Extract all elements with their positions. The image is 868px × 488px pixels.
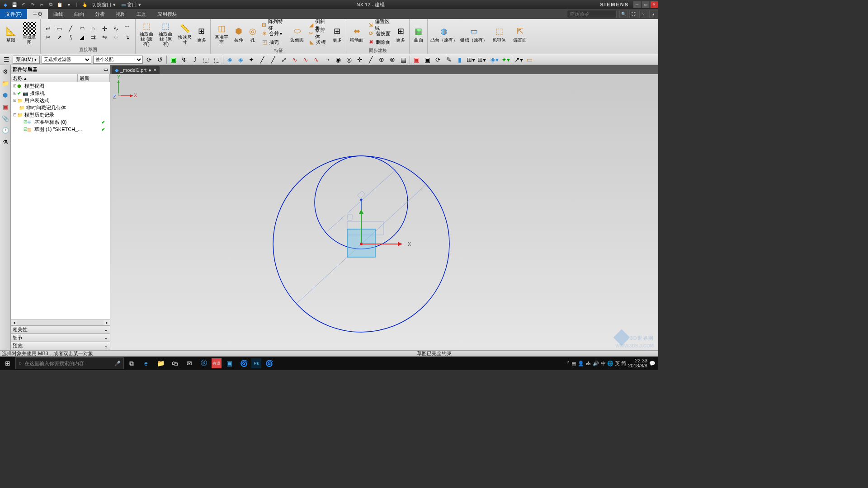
- save-icon[interactable]: 💾: [11, 1, 18, 8]
- trim-icon[interactable]: ✂: [42, 33, 53, 42]
- t-ico-18[interactable]: ◉: [334, 55, 343, 64]
- qat-more-icon[interactable]: ▾: [65, 1, 72, 8]
- selection-filter-select[interactable]: 无选择过滤器: [42, 56, 91, 64]
- pattern-button[interactable]: ⊞阵列特征: [260, 21, 287, 29]
- app-swirl-icon[interactable]: 🌀: [237, 357, 250, 370]
- tool-filter-icon[interactable]: ☰: [2, 55, 11, 64]
- start-button[interactable]: ⊞: [1, 357, 14, 370]
- point-icon[interactable]: ✢: [99, 25, 110, 33]
- curve2-icon[interactable]: ⌒: [122, 25, 132, 33]
- tree-sketch[interactable]: ☑▧草图 (1) "SKETCH_...✔: [11, 126, 110, 133]
- tree-model-views[interactable]: ⊞⬢模型视图: [11, 82, 110, 89]
- tab-view[interactable]: 视图: [110, 9, 131, 19]
- extract-curve-button[interactable]: ⬚抽取曲线 (原有): [137, 20, 156, 47]
- t-ico-33[interactable]: ✦▾: [501, 55, 510, 64]
- t-ico-12[interactable]: ╱: [269, 55, 278, 64]
- shell-button[interactable]: ◰抽壳: [260, 38, 287, 46]
- t-ico-11[interactable]: ╱: [258, 55, 267, 64]
- t-ico-29[interactable]: ▮: [455, 55, 464, 64]
- unite-button[interactable]: ⊕合并 ▾: [260, 29, 287, 38]
- left-reuse-icon[interactable]: 📎: [1, 114, 10, 123]
- tray-ime[interactable]: 中 🌐 英 简: [601, 360, 626, 367]
- t-ico-7[interactable]: ⬚: [212, 55, 221, 64]
- tray-app1-icon[interactable]: ▤: [571, 361, 576, 366]
- left-assembly-icon[interactable]: ⬢: [1, 90, 10, 99]
- app-k-icon[interactable]: Ⓚ: [197, 357, 211, 370]
- mirror-icon[interactable]: ⇋: [99, 33, 110, 42]
- maximize-button[interactable]: ▭: [642, 1, 650, 8]
- more2-button[interactable]: ⊞更多: [330, 20, 344, 47]
- taskview-icon[interactable]: ⧉: [125, 357, 138, 370]
- t-ico-20[interactable]: ✛: [355, 55, 364, 64]
- mic-icon[interactable]: 🎤: [114, 361, 121, 366]
- t-ico-10[interactable]: ✦: [247, 55, 256, 64]
- fullscreen-icon[interactable]: ⛶: [629, 10, 637, 18]
- tab-app[interactable]: 应用模块: [152, 9, 183, 19]
- command-search-input[interactable]: [567, 10, 617, 18]
- trim-body-button[interactable]: ✂修剪体: [307, 29, 330, 38]
- t-ico-23[interactable]: ⊗: [388, 55, 397, 64]
- project-icon[interactable]: ↴: [122, 33, 132, 42]
- t-ico-21[interactable]: ╱: [366, 55, 375, 64]
- move-face-button[interactable]: ⬌移动面: [348, 20, 366, 47]
- arc-icon[interactable]: ◠: [76, 25, 87, 33]
- chamfer-icon[interactable]: ◢: [76, 33, 87, 42]
- offset-face-button[interactable]: ⇱偏置面: [510, 20, 530, 47]
- taskbar-search[interactable]: ○在这里输入你要搜索的内容🎤: [15, 357, 124, 369]
- spline-icon[interactable]: ∿: [110, 25, 121, 33]
- app-ps-icon[interactable]: Ps: [251, 358, 261, 368]
- t-ico-22[interactable]: ⊕: [377, 55, 386, 64]
- search-icon[interactable]: 🔍: [619, 10, 627, 18]
- extract-curve2-button[interactable]: ⬚抽取曲线 (原有): [156, 20, 175, 47]
- t-ico-15[interactable]: ∿: [301, 55, 310, 64]
- left-history-icon[interactable]: 🕐: [1, 126, 10, 135]
- file-tab[interactable]: 文件(F): [0, 9, 27, 19]
- rapid-dim-button[interactable]: 📏快速尺寸: [176, 20, 194, 47]
- t-ico-31[interactable]: ⊞▾: [477, 55, 486, 64]
- t-ico-34[interactable]: ↗▾: [514, 55, 523, 64]
- minimize-button[interactable]: ─: [633, 1, 641, 8]
- surface-button[interactable]: ▦曲面: [411, 20, 425, 47]
- edge-icon[interactable]: e: [139, 357, 153, 370]
- t-ico-35[interactable]: ▭: [525, 55, 534, 64]
- undo-icon[interactable]: ↶: [20, 1, 27, 8]
- copy-icon[interactable]: ⧉: [47, 1, 54, 8]
- t-ico-16[interactable]: ∿: [312, 55, 321, 64]
- boss-button[interactable]: ◍凸台（原有）: [429, 20, 458, 47]
- tree-user-expr[interactable]: ⊟📁用户表达式: [11, 97, 110, 104]
- t-ico-2[interactable]: ↺: [156, 55, 165, 64]
- left-nav-icon[interactable]: 📁: [1, 79, 10, 88]
- section-preview[interactable]: 预览⌄: [11, 342, 110, 350]
- tab-home[interactable]: 主页: [27, 9, 48, 19]
- t-ico-24[interactable]: ▦: [399, 55, 408, 64]
- menu-button[interactable]: 菜单(M) ▾: [13, 56, 40, 64]
- pattern2-icon[interactable]: ⁘: [110, 33, 121, 42]
- col-latest[interactable]: 最新: [78, 74, 110, 82]
- hole-button[interactable]: ◎孔: [246, 20, 259, 47]
- delete-face-button[interactable]: ✖删除面: [367, 38, 393, 46]
- touch-icon[interactable]: 👆: [81, 1, 88, 8]
- draft-button[interactable]: ◣拔模: [307, 38, 330, 46]
- explorer-icon[interactable]: 📁: [154, 357, 167, 370]
- t-ico-8[interactable]: ◈: [225, 55, 234, 64]
- offset-region-button[interactable]: ⇲偏置区域: [367, 21, 393, 29]
- tray-vol-icon[interactable]: 🔊: [593, 361, 599, 366]
- tab-surface[interactable]: 曲面: [69, 9, 90, 19]
- left-constraint-icon[interactable]: ▣: [1, 102, 10, 111]
- t-ico-14[interactable]: ∿: [290, 55, 299, 64]
- graphics-viewport[interactable]: X X Y Z: [110, 74, 658, 350]
- t-ico-28[interactable]: ✎: [444, 55, 453, 64]
- circle-icon[interactable]: ○: [88, 25, 99, 33]
- tab-curve[interactable]: 曲线: [48, 9, 69, 19]
- cut-icon[interactable]: ✂: [38, 1, 45, 8]
- t-ico-19[interactable]: ◎: [344, 55, 354, 64]
- bounding-button[interactable]: ⬚包容体: [489, 20, 509, 47]
- section-dependency[interactable]: 相关性⌄: [11, 326, 110, 334]
- datum-plane-button[interactable]: ◫基准平面: [212, 20, 231, 47]
- t-ico-5[interactable]: ⤴: [190, 55, 199, 64]
- section-details[interactable]: 细节⌄: [11, 334, 110, 342]
- t-ico-17[interactable]: →: [323, 55, 332, 64]
- tab-tools[interactable]: 工具: [131, 9, 152, 19]
- tray-people-icon[interactable]: 👤: [578, 361, 584, 366]
- close-file-icon[interactable]: ✕: [153, 68, 157, 72]
